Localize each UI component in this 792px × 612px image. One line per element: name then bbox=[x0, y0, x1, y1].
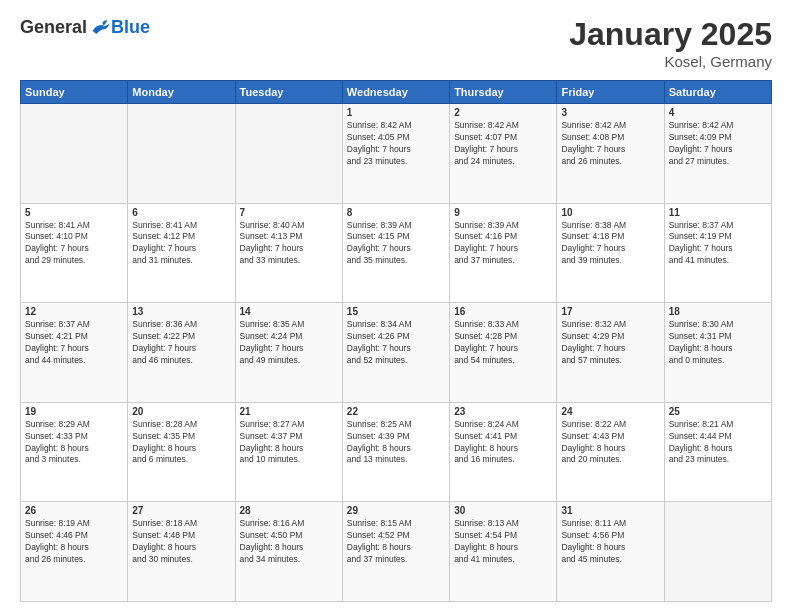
day-number: 5 bbox=[25, 207, 123, 218]
day-info: Sunrise: 8:33 AM Sunset: 4:28 PM Dayligh… bbox=[454, 319, 552, 367]
day-info: Sunrise: 8:32 AM Sunset: 4:29 PM Dayligh… bbox=[561, 319, 659, 367]
day-info: Sunrise: 8:34 AM Sunset: 4:26 PM Dayligh… bbox=[347, 319, 445, 367]
calendar-cell: 2Sunrise: 8:42 AM Sunset: 4:07 PM Daylig… bbox=[450, 104, 557, 204]
day-info: Sunrise: 8:37 AM Sunset: 4:19 PM Dayligh… bbox=[669, 220, 767, 268]
day-number: 13 bbox=[132, 306, 230, 317]
header-row: SundayMondayTuesdayWednesdayThursdayFrid… bbox=[21, 81, 772, 104]
day-number: 31 bbox=[561, 505, 659, 516]
month-title: January 2025 bbox=[569, 16, 772, 53]
day-info: Sunrise: 8:21 AM Sunset: 4:44 PM Dayligh… bbox=[669, 419, 767, 467]
day-info: Sunrise: 8:28 AM Sunset: 4:35 PM Dayligh… bbox=[132, 419, 230, 467]
day-number: 17 bbox=[561, 306, 659, 317]
calendar-cell: 17Sunrise: 8:32 AM Sunset: 4:29 PM Dayli… bbox=[557, 303, 664, 403]
calendar-cell: 20Sunrise: 8:28 AM Sunset: 4:35 PM Dayli… bbox=[128, 402, 235, 502]
calendar-cell: 22Sunrise: 8:25 AM Sunset: 4:39 PM Dayli… bbox=[342, 402, 449, 502]
day-header-tuesday: Tuesday bbox=[235, 81, 342, 104]
day-number: 16 bbox=[454, 306, 552, 317]
day-info: Sunrise: 8:42 AM Sunset: 4:09 PM Dayligh… bbox=[669, 120, 767, 168]
day-number: 10 bbox=[561, 207, 659, 218]
calendar-cell bbox=[128, 104, 235, 204]
title-block: January 2025 Kosel, Germany bbox=[569, 16, 772, 70]
day-header-friday: Friday bbox=[557, 81, 664, 104]
day-info: Sunrise: 8:42 AM Sunset: 4:08 PM Dayligh… bbox=[561, 120, 659, 168]
calendar-cell: 16Sunrise: 8:33 AM Sunset: 4:28 PM Dayli… bbox=[450, 303, 557, 403]
calendar-cell: 8Sunrise: 8:39 AM Sunset: 4:15 PM Daylig… bbox=[342, 203, 449, 303]
day-number: 7 bbox=[240, 207, 338, 218]
day-number: 25 bbox=[669, 406, 767, 417]
header: General Blue January 2025 Kosel, Germany bbox=[20, 16, 772, 70]
day-info: Sunrise: 8:30 AM Sunset: 4:31 PM Dayligh… bbox=[669, 319, 767, 367]
calendar-cell: 23Sunrise: 8:24 AM Sunset: 4:41 PM Dayli… bbox=[450, 402, 557, 502]
day-number: 22 bbox=[347, 406, 445, 417]
day-number: 1 bbox=[347, 107, 445, 118]
logo-general: General bbox=[20, 17, 87, 38]
day-info: Sunrise: 8:13 AM Sunset: 4:54 PM Dayligh… bbox=[454, 518, 552, 566]
calendar-cell: 10Sunrise: 8:38 AM Sunset: 4:18 PM Dayli… bbox=[557, 203, 664, 303]
calendar-cell: 7Sunrise: 8:40 AM Sunset: 4:13 PM Daylig… bbox=[235, 203, 342, 303]
day-info: Sunrise: 8:39 AM Sunset: 4:15 PM Dayligh… bbox=[347, 220, 445, 268]
calendar-cell: 12Sunrise: 8:37 AM Sunset: 4:21 PM Dayli… bbox=[21, 303, 128, 403]
day-header-monday: Monday bbox=[128, 81, 235, 104]
day-info: Sunrise: 8:29 AM Sunset: 4:33 PM Dayligh… bbox=[25, 419, 123, 467]
day-info: Sunrise: 8:25 AM Sunset: 4:39 PM Dayligh… bbox=[347, 419, 445, 467]
calendar-cell: 4Sunrise: 8:42 AM Sunset: 4:09 PM Daylig… bbox=[664, 104, 771, 204]
page: General Blue January 2025 Kosel, Germany… bbox=[0, 0, 792, 612]
day-number: 18 bbox=[669, 306, 767, 317]
calendar-cell: 6Sunrise: 8:41 AM Sunset: 4:12 PM Daylig… bbox=[128, 203, 235, 303]
calendar-cell: 13Sunrise: 8:36 AM Sunset: 4:22 PM Dayli… bbox=[128, 303, 235, 403]
day-info: Sunrise: 8:27 AM Sunset: 4:37 PM Dayligh… bbox=[240, 419, 338, 467]
calendar-cell bbox=[235, 104, 342, 204]
day-header-saturday: Saturday bbox=[664, 81, 771, 104]
calendar-cell: 28Sunrise: 8:16 AM Sunset: 4:50 PM Dayli… bbox=[235, 502, 342, 602]
day-info: Sunrise: 8:39 AM Sunset: 4:16 PM Dayligh… bbox=[454, 220, 552, 268]
day-header-thursday: Thursday bbox=[450, 81, 557, 104]
day-info: Sunrise: 8:18 AM Sunset: 4:48 PM Dayligh… bbox=[132, 518, 230, 566]
logo: General Blue bbox=[20, 16, 150, 38]
calendar-cell: 30Sunrise: 8:13 AM Sunset: 4:54 PM Dayli… bbox=[450, 502, 557, 602]
day-info: Sunrise: 8:38 AM Sunset: 4:18 PM Dayligh… bbox=[561, 220, 659, 268]
calendar-cell: 31Sunrise: 8:11 AM Sunset: 4:56 PM Dayli… bbox=[557, 502, 664, 602]
day-header-sunday: Sunday bbox=[21, 81, 128, 104]
day-number: 9 bbox=[454, 207, 552, 218]
day-info: Sunrise: 8:41 AM Sunset: 4:10 PM Dayligh… bbox=[25, 220, 123, 268]
calendar-cell: 15Sunrise: 8:34 AM Sunset: 4:26 PM Dayli… bbox=[342, 303, 449, 403]
week-row-3: 12Sunrise: 8:37 AM Sunset: 4:21 PM Dayli… bbox=[21, 303, 772, 403]
day-number: 28 bbox=[240, 505, 338, 516]
calendar-cell: 21Sunrise: 8:27 AM Sunset: 4:37 PM Dayli… bbox=[235, 402, 342, 502]
day-number: 12 bbox=[25, 306, 123, 317]
day-number: 29 bbox=[347, 505, 445, 516]
day-number: 15 bbox=[347, 306, 445, 317]
day-info: Sunrise: 8:22 AM Sunset: 4:43 PM Dayligh… bbox=[561, 419, 659, 467]
day-number: 27 bbox=[132, 505, 230, 516]
calendar-cell: 5Sunrise: 8:41 AM Sunset: 4:10 PM Daylig… bbox=[21, 203, 128, 303]
calendar-cell: 9Sunrise: 8:39 AM Sunset: 4:16 PM Daylig… bbox=[450, 203, 557, 303]
calendar-cell: 26Sunrise: 8:19 AM Sunset: 4:46 PM Dayli… bbox=[21, 502, 128, 602]
day-number: 3 bbox=[561, 107, 659, 118]
day-info: Sunrise: 8:42 AM Sunset: 4:05 PM Dayligh… bbox=[347, 120, 445, 168]
day-info: Sunrise: 8:24 AM Sunset: 4:41 PM Dayligh… bbox=[454, 419, 552, 467]
day-number: 2 bbox=[454, 107, 552, 118]
day-header-wednesday: Wednesday bbox=[342, 81, 449, 104]
calendar-cell: 1Sunrise: 8:42 AM Sunset: 4:05 PM Daylig… bbox=[342, 104, 449, 204]
day-info: Sunrise: 8:16 AM Sunset: 4:50 PM Dayligh… bbox=[240, 518, 338, 566]
day-info: Sunrise: 8:36 AM Sunset: 4:22 PM Dayligh… bbox=[132, 319, 230, 367]
day-number: 4 bbox=[669, 107, 767, 118]
calendar-cell: 18Sunrise: 8:30 AM Sunset: 4:31 PM Dayli… bbox=[664, 303, 771, 403]
calendar-cell: 25Sunrise: 8:21 AM Sunset: 4:44 PM Dayli… bbox=[664, 402, 771, 502]
calendar: SundayMondayTuesdayWednesdayThursdayFrid… bbox=[20, 80, 772, 602]
calendar-cell bbox=[664, 502, 771, 602]
logo-bird-icon bbox=[89, 16, 111, 38]
location: Kosel, Germany bbox=[569, 53, 772, 70]
calendar-cell: 11Sunrise: 8:37 AM Sunset: 4:19 PM Dayli… bbox=[664, 203, 771, 303]
week-row-4: 19Sunrise: 8:29 AM Sunset: 4:33 PM Dayli… bbox=[21, 402, 772, 502]
calendar-cell: 24Sunrise: 8:22 AM Sunset: 4:43 PM Dayli… bbox=[557, 402, 664, 502]
calendar-cell: 29Sunrise: 8:15 AM Sunset: 4:52 PM Dayli… bbox=[342, 502, 449, 602]
day-number: 21 bbox=[240, 406, 338, 417]
day-info: Sunrise: 8:35 AM Sunset: 4:24 PM Dayligh… bbox=[240, 319, 338, 367]
day-number: 8 bbox=[347, 207, 445, 218]
week-row-2: 5Sunrise: 8:41 AM Sunset: 4:10 PM Daylig… bbox=[21, 203, 772, 303]
logo-blue: Blue bbox=[111, 17, 150, 38]
calendar-cell: 14Sunrise: 8:35 AM Sunset: 4:24 PM Dayli… bbox=[235, 303, 342, 403]
calendar-cell: 19Sunrise: 8:29 AM Sunset: 4:33 PM Dayli… bbox=[21, 402, 128, 502]
week-row-5: 26Sunrise: 8:19 AM Sunset: 4:46 PM Dayli… bbox=[21, 502, 772, 602]
